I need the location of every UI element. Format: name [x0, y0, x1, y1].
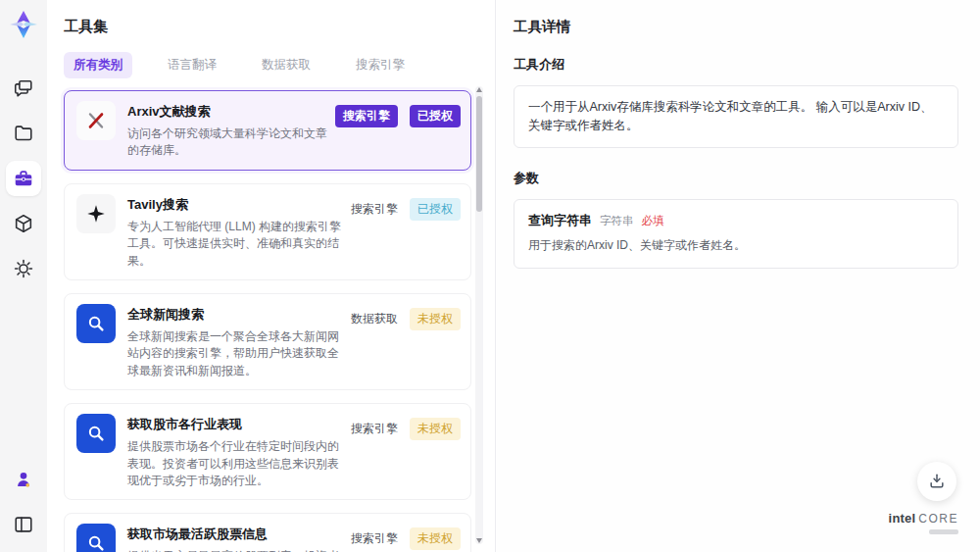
rail-item-toolbox[interactable]	[6, 161, 41, 196]
tool-description: 访问各个研究领域大量科学论文和文章的存储库。	[127, 125, 327, 160]
download-button[interactable]	[917, 462, 956, 501]
package-icon	[13, 213, 34, 234]
tool-card-2[interactable]: 全球新闻搜索 全球新闻搜索是一个聚合全球各大新闻网站内容的搜索引擎，帮助用户快速…	[64, 293, 471, 390]
category-tab-0[interactable]: 所有类别	[64, 52, 132, 78]
toolset-panel: 工具集 所有类别语言翻译数据获取搜索引擎 Arxiv文献搜索 访问各个研究领域大…	[47, 0, 495, 552]
tool-card-1[interactable]: Tavily搜索 专为人工智能代理 (LLM) 构建的搜索引擎工具。可快速提供实…	[64, 183, 471, 280]
category-badge: 搜索引擎	[335, 105, 398, 127]
search-icon	[76, 414, 116, 453]
auth-badge: 已授权	[410, 198, 461, 221]
tool-description: 提供当天交易量最高的股票列表。投资者可以利用这些信息来识别流动性强的股票和潜在的…	[127, 548, 343, 552]
sparkle-icon	[76, 194, 116, 233]
auth-badge: 未授权	[410, 308, 461, 330]
rail-item-chat[interactable]	[6, 71, 41, 106]
params-heading: 参数	[514, 170, 958, 187]
param-card: 查询字符串 字符串 必填 用于搜索的Arxiv ID、关键字或作者姓名。	[514, 199, 958, 269]
category-tab-2[interactable]: 数据获取	[252, 52, 320, 78]
auth-badge: 已授权	[410, 105, 461, 127]
toolbox-icon	[13, 168, 34, 189]
tool-list: Arxiv文献搜索 访问各个研究领域大量科学论文和文章的存储库。 搜索引擎已授权…	[64, 90, 471, 552]
left-rail	[0, 0, 47, 552]
user-icon	[13, 469, 34, 490]
category-tabs: 所有类别语言翻译数据获取搜索引擎	[64, 52, 495, 78]
scroll-down-arrow-icon[interactable]	[476, 538, 482, 543]
category-label: 搜索引擎	[351, 198, 398, 221]
category-label: 数据获取	[351, 308, 398, 330]
param-required-flag: 必填	[642, 214, 664, 228]
detail-title: 工具详情	[514, 18, 958, 36]
rail-item-panel-toggle[interactable]	[6, 507, 41, 542]
category-label: 搜索引擎	[351, 527, 398, 550]
page-title: 工具集	[64, 18, 495, 36]
tool-card-0[interactable]: Arxiv文献搜索 访问各个研究领域大量科学论文和文章的存储库。 搜索引擎已授权	[64, 90, 471, 171]
tool-card-4[interactable]: 获取市场最活跃股票信息 提供当天交易量最高的股票列表。投资者可以利用这些信息来识…	[64, 513, 471, 552]
tool-description: 全球新闻搜索是一个聚合全球各大新闻网站内容的搜索引擎，帮助用户快速获取全球最新资…	[127, 328, 343, 379]
download-icon	[927, 472, 947, 491]
tool-description: 专为人工智能代理 (LLM) 构建的搜索引擎工具。可快速提供实时、准确和真实的结…	[127, 219, 343, 270]
app-window: 工具集 所有类别语言翻译数据获取搜索引擎 Arxiv文献搜索 访问各个研究领域大…	[0, 0, 980, 552]
param-name: 查询字符串	[528, 212, 592, 229]
tool-name: Arxiv文献搜索	[127, 103, 327, 121]
scrollbar-thumb[interactable]	[476, 96, 482, 212]
tool-name: Tavily搜索	[127, 196, 343, 214]
category-tab-3[interactable]: 搜索引擎	[346, 52, 415, 78]
tool-name: 获取市场最活跃股票信息	[127, 526, 343, 543]
intro-text: 一个用于从Arxiv存储库搜索科学论文和文章的工具。 输入可以是Arxiv ID…	[514, 85, 958, 148]
search-icon	[76, 304, 116, 343]
rail-item-folder[interactable]	[6, 116, 41, 151]
tool-description: 提供股票市场各个行业在特定时间段内的表现。投资者可以利用这些信息来识别表现优于或…	[127, 438, 343, 489]
category-label: 搜索引擎	[351, 418, 398, 440]
tool-name: 全球新闻搜索	[127, 306, 343, 324]
category-tab-1[interactable]: 语言翻译	[158, 52, 226, 78]
intro-heading: 工具介绍	[514, 56, 958, 74]
auth-badge: 未授权	[410, 527, 461, 550]
rail-item-package[interactable]	[6, 206, 41, 241]
folder-icon	[13, 123, 34, 144]
search-icon	[76, 524, 116, 552]
settings-icon	[13, 258, 34, 279]
panel-toggle-icon	[13, 514, 34, 535]
tool-card-3[interactable]: 获取股市各行业表现 提供股票市场各个行业在特定时间段内的表现。投资者可以利用这些…	[64, 403, 471, 500]
intel-core-logo: intelCORE	[889, 510, 958, 534]
rail-item-settings[interactable]	[6, 251, 41, 286]
param-list: 查询字符串 字符串 必填 用于搜索的Arxiv ID、关键字或作者姓名。	[514, 199, 958, 269]
chat-icon	[13, 77, 34, 99]
param-description: 用于搜索的Arxiv ID、关键字或作者姓名。	[528, 237, 944, 254]
auth-badge: 未授权	[410, 418, 461, 440]
scroll-up-arrow-icon[interactable]	[476, 87, 482, 92]
arxiv-icon	[76, 101, 116, 140]
app-logo-icon	[7, 8, 40, 41]
tool-detail-panel: 工具详情 工具介绍 一个用于从Arxiv存储库搜索科学论文和文章的工具。 输入可…	[495, 0, 980, 552]
rail-item-user[interactable]	[6, 462, 41, 497]
tool-name: 获取股市各行业表现	[127, 416, 343, 433]
list-scrollbar[interactable]	[475, 86, 483, 544]
param-type: 字符串	[600, 214, 634, 228]
